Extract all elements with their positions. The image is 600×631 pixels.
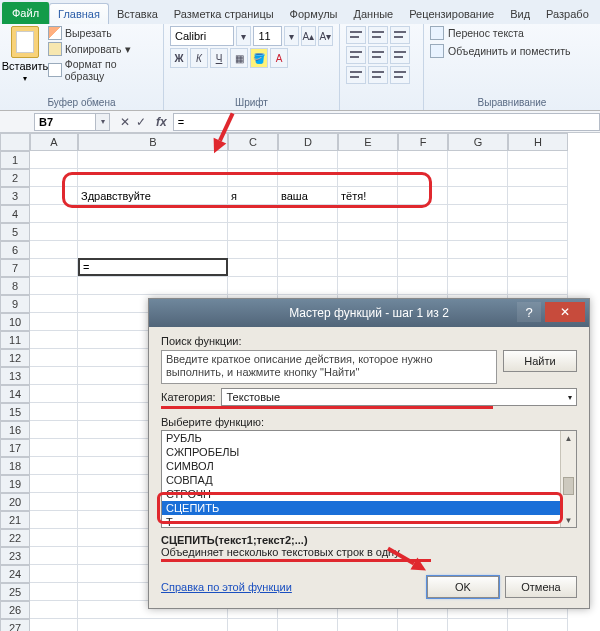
row-header-21[interactable]: 21 — [0, 511, 30, 529]
cell-C5[interactable] — [228, 223, 278, 241]
select-all-corner[interactable] — [0, 133, 30, 151]
cell-A9[interactable] — [30, 295, 78, 313]
accept-formula-button[interactable]: ✓ — [136, 115, 146, 129]
cell-B3[interactable]: Здравствуйте — [78, 187, 228, 205]
cell-D7[interactable] — [278, 259, 338, 277]
cell-C27[interactable] — [228, 619, 278, 631]
cut-button[interactable]: Вырезать — [48, 26, 157, 40]
col-header-D[interactable]: D — [278, 133, 338, 151]
insert-function-button[interactable]: fx — [156, 115, 167, 129]
cell-A4[interactable] — [30, 205, 78, 223]
cell-C3[interactable]: я — [228, 187, 278, 205]
file-tab[interactable]: Файл — [2, 2, 49, 24]
function-item-СОВПАД[interactable]: СОВПАД — [162, 473, 576, 487]
row-header-27[interactable]: 27 — [0, 619, 30, 631]
cell-C7[interactable] — [228, 259, 278, 277]
function-item-СЦЕПИТЬ[interactable]: СЦЕПИТЬ — [162, 501, 576, 515]
cell-F1[interactable] — [398, 151, 448, 169]
cell-A18[interactable] — [30, 457, 78, 475]
cell-H5[interactable] — [508, 223, 568, 241]
cell-A13[interactable] — [30, 367, 78, 385]
scroll-thumb[interactable] — [563, 477, 574, 495]
cell-B5[interactable] — [78, 223, 228, 241]
wrap-text-button[interactable]: Перенос текста — [430, 26, 594, 40]
function-item-СЖПРОБЕЛЫ[interactable]: СЖПРОБЕЛЫ — [162, 445, 576, 459]
shrink-font-button[interactable]: A▾ — [318, 26, 333, 46]
row-header-24[interactable]: 24 — [0, 565, 30, 583]
italic-button[interactable]: К — [190, 48, 208, 68]
col-header-A[interactable]: A — [30, 133, 78, 151]
row-header-6[interactable]: 6 — [0, 241, 30, 259]
cell-H6[interactable] — [508, 241, 568, 259]
align-top-button[interactable] — [346, 26, 366, 44]
cell-B2[interactable] — [78, 169, 228, 187]
row-header-17[interactable]: 17 — [0, 439, 30, 457]
row-header-23[interactable]: 23 — [0, 547, 30, 565]
cell-G3[interactable] — [448, 187, 508, 205]
cell-H2[interactable] — [508, 169, 568, 187]
cell-A10[interactable] — [30, 313, 78, 331]
cell-D4[interactable] — [278, 205, 338, 223]
cell-E4[interactable] — [338, 205, 398, 223]
cell-A24[interactable] — [30, 565, 78, 583]
cell-A15[interactable] — [30, 403, 78, 421]
orientation-button[interactable] — [390, 66, 410, 84]
cell-B4[interactable] — [78, 205, 228, 223]
align-bottom-button[interactable] — [390, 26, 410, 44]
cell-F4[interactable] — [398, 205, 448, 223]
category-select[interactable]: Текстовые ▾ — [221, 388, 577, 406]
row-header-20[interactable]: 20 — [0, 493, 30, 511]
cancel-formula-button[interactable]: ✕ — [120, 115, 130, 129]
cell-G7[interactable] — [448, 259, 508, 277]
cell-H1[interactable] — [508, 151, 568, 169]
function-help-link[interactable]: Справка по этой функции — [161, 581, 292, 593]
cell-A17[interactable] — [30, 439, 78, 457]
row-header-5[interactable]: 5 — [0, 223, 30, 241]
cell-D5[interactable] — [278, 223, 338, 241]
function-item-СИМВОЛ[interactable]: СИМВОЛ — [162, 459, 576, 473]
cell-F7[interactable] — [398, 259, 448, 277]
cell-A25[interactable] — [30, 583, 78, 601]
cell-F2[interactable] — [398, 169, 448, 187]
cell-A7[interactable] — [30, 259, 78, 277]
cell-A23[interactable] — [30, 547, 78, 565]
col-header-G[interactable]: G — [448, 133, 508, 151]
dialog-help-button[interactable]: ? — [517, 302, 541, 322]
cell-C8[interactable] — [228, 277, 278, 295]
row-header-4[interactable]: 4 — [0, 205, 30, 223]
tab-formulas[interactable]: Формулы — [282, 4, 346, 24]
cell-D6[interactable] — [278, 241, 338, 259]
merge-center-button[interactable]: Объединить и поместить — [430, 44, 594, 58]
name-box-dd[interactable]: ▾ — [96, 113, 110, 131]
borders-button[interactable]: ▦ — [230, 48, 248, 68]
cell-H8[interactable] — [508, 277, 568, 295]
cell-D3[interactable]: ваша — [278, 187, 338, 205]
row-header-26[interactable]: 26 — [0, 601, 30, 619]
row-header-19[interactable]: 19 — [0, 475, 30, 493]
cell-B1[interactable] — [78, 151, 228, 169]
cell-A22[interactable] — [30, 529, 78, 547]
col-header-F[interactable]: F — [398, 133, 448, 151]
cell-G27[interactable] — [448, 619, 508, 631]
cell-G5[interactable] — [448, 223, 508, 241]
row-header-14[interactable]: 14 — [0, 385, 30, 403]
cell-C6[interactable] — [228, 241, 278, 259]
copy-button[interactable]: Копировать ▾ — [48, 42, 157, 56]
row-header-9[interactable]: 9 — [0, 295, 30, 313]
cell-C1[interactable] — [228, 151, 278, 169]
cell-D27[interactable] — [278, 619, 338, 631]
cell-B7-editing[interactable]: = — [78, 258, 228, 276]
cell-F8[interactable] — [398, 277, 448, 295]
cell-A14[interactable] — [30, 385, 78, 403]
cell-E3[interactable]: тётя! — [338, 187, 398, 205]
align-left-button[interactable] — [346, 46, 366, 64]
font-name-select[interactable]: Calibri — [170, 26, 234, 46]
cell-B8[interactable] — [78, 277, 228, 295]
cell-A11[interactable] — [30, 331, 78, 349]
cell-D2[interactable] — [278, 169, 338, 187]
cell-E8[interactable] — [338, 277, 398, 295]
ok-button[interactable]: OK — [427, 576, 499, 598]
cancel-button[interactable]: Отмена — [505, 576, 577, 598]
align-center-button[interactable] — [368, 46, 388, 64]
row-header-3[interactable]: 3 — [0, 187, 30, 205]
